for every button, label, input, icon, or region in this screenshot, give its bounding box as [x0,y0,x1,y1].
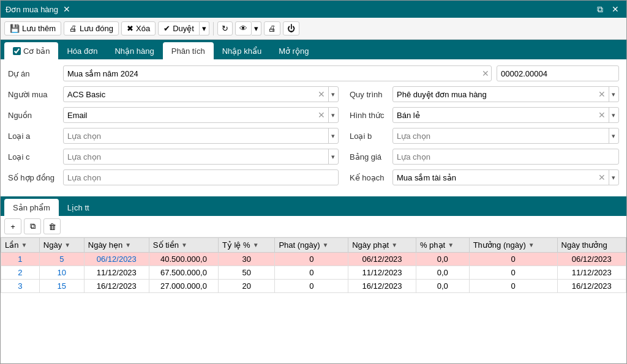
power-button[interactable]: ⏻ [283,21,299,35]
hinh-thuc-input[interactable] [392,107,619,123]
table-cell[interactable]: 0 [469,280,557,293]
filter-pct-phat-icon[interactable]: ▼ [448,242,454,248]
table-cell[interactable]: 0,0 [416,280,469,293]
ke-hoach-clear[interactable]: ✕ [598,173,606,182]
delete-button[interactable]: ✖ Xóa [121,21,156,35]
table-row[interactable]: 1506/12/202340.500.000,030006/12/20230,0… [1,253,626,266]
table-cell[interactable]: 16/12/2023 [348,280,416,293]
table-cell[interactable]: 06/12/2023 [84,253,149,266]
quy-trinh-dropdown[interactable]: ▾ [609,87,618,102]
id-input[interactable] [497,65,619,81]
loai-a-dropdown[interactable]: ▾ [328,128,337,143]
table-cell[interactable]: 40.500.000,0 [149,253,218,266]
sub-tab-san-pham[interactable]: Sản phẩm [4,199,59,216]
table-cell[interactable]: 5 [39,253,84,266]
co-ban-checkbox[interactable] [13,47,21,55]
nguon-input[interactable] [63,107,339,123]
table-cell[interactable]: 0 [275,266,348,280]
approve-button[interactable]: ✔ Duyệt [158,21,200,35]
nguoi-mua-clear[interactable]: ✕ [318,89,325,99]
copy-row-icon: ⧉ [30,221,36,231]
du-an-input[interactable] [63,65,492,81]
table-cell[interactable]: 16/12/2023 [84,280,149,293]
table-cell[interactable]: 2 [1,266,40,280]
ke-hoach-input[interactable] [392,169,619,185]
power-icon: ⏻ [287,24,295,33]
filter-ngay-hen-icon[interactable]: ▼ [125,242,131,248]
table-cell[interactable]: 11/12/2023 [557,266,626,280]
table-cell[interactable]: 15 [39,280,84,293]
hinh-thuc-dropdown[interactable]: ▾ [609,108,618,122]
form-row-nguoi-mua: Người mua ✕ ▾ Quy trình ✕ ▾ [8,86,619,102]
filter-thuong-ngay-icon[interactable]: ▼ [528,242,535,248]
hinh-thuc-clear[interactable]: ✕ [598,110,606,120]
table-scroll[interactable]: Lần ▼ Ngày ▼ [1,237,626,363]
filter-phat-ngay-icon[interactable]: ▼ [323,242,329,248]
du-an-clear-button[interactable]: ✕ [482,69,489,78]
refresh-icon: ↻ [222,24,228,33]
quy-trinh-clear[interactable]: ✕ [598,89,606,99]
table-cell[interactable]: 50 [219,266,275,280]
table-cell[interactable]: 30 [219,253,275,266]
nguoi-mua-dropdown[interactable]: ▾ [328,87,337,102]
filter-ty-le-icon[interactable]: ▼ [253,242,259,248]
filter-ngay-phat-icon[interactable]: ▼ [391,242,397,248]
filter-so-tien-icon[interactable]: ▼ [181,242,187,248]
filter-ngay-icon[interactable]: ▼ [64,242,70,248]
bang-gia-input[interactable] [392,149,619,165]
loai-c-input[interactable] [63,149,339,165]
table-cell[interactable]: 0,0 [416,253,469,266]
tab-mo-rong[interactable]: Mở rộng [270,42,317,59]
table-cell[interactable]: 10 [39,266,84,280]
save-add-button[interactable]: 💾 Lưu thêm [4,21,61,35]
filter-lan-icon[interactable]: ▼ [21,242,27,248]
table-cell[interactable]: 16/12/2023 [557,280,626,293]
table-cell[interactable]: 0 [469,253,557,266]
print-button[interactable]: 🖨 [264,21,280,35]
table-row[interactable]: 21011/12/202367.500.000,050011/12/20230,… [1,266,626,280]
tab-nhan-hang[interactable]: Nhận hàng [106,42,162,59]
nguoi-mua-input[interactable] [63,86,339,102]
close-button[interactable]: ✕ [609,3,621,16]
nguon-dropdown[interactable]: ▾ [328,108,337,122]
table-cell[interactable]: 0,0 [416,266,469,280]
add-row-button[interactable]: + [4,218,21,234]
table-cell[interactable]: 06/12/2023 [557,253,626,266]
loai-b-dropdown[interactable]: ▾ [609,128,618,143]
table-cell[interactable]: 0 [275,280,348,293]
table-row[interactable]: 31516/12/202327.000.000,020016/12/20230,… [1,280,626,293]
table-cell[interactable]: 27.000.000,0 [149,280,218,293]
so-hop-dong-input[interactable] [63,169,339,185]
loai-c-dropdown[interactable]: ▾ [328,149,337,164]
tab-hoa-don[interactable]: Hóa đơn [58,42,106,59]
nguon-clear[interactable]: ✕ [318,110,325,120]
table-cell[interactable]: 3 [1,280,40,293]
table-cell[interactable]: 0 [275,253,348,266]
table-cell[interactable]: 67.500.000,0 [149,266,218,280]
table-cell[interactable]: 11/12/2023 [348,266,416,280]
loai-a-input[interactable] [63,128,339,144]
restore-button[interactable]: ⧉ [595,3,606,16]
approve-dropdown-button[interactable]: ▾ [200,21,209,35]
refresh-button[interactable]: ↻ [217,21,233,35]
delete-row-button[interactable]: 🗑 [43,218,61,234]
window-close-button[interactable]: ✕ [63,4,70,14]
table-cell[interactable]: 0 [469,266,557,280]
ke-hoach-dropdown[interactable]: ▾ [609,170,618,185]
table-cell[interactable]: 20 [219,280,275,293]
save-close-button[interactable]: 🖨 Lưu đóng [64,21,119,35]
content-body: Dự án ✕ Người mua ✕ [1,59,626,363]
tab-co-ban[interactable]: Cơ bản [4,42,58,59]
col-header-ngay-hen: Ngày hẹn ▼ [84,238,149,253]
eye-dropdown-button[interactable]: ▾ [252,21,261,35]
table-cell[interactable]: 11/12/2023 [84,266,149,280]
table-cell[interactable]: 06/12/2023 [348,253,416,266]
loai-b-input[interactable] [392,128,619,144]
tab-nhap-khau[interactable]: Nhập khẩu [214,42,270,59]
copy-row-button[interactable]: ⧉ [24,218,41,234]
table-cell[interactable]: 1 [1,253,40,266]
tab-phan-tich[interactable]: Phân tích [163,42,214,59]
sub-tab-lich-tt[interactable]: Lịch tt [59,199,98,216]
eye-button[interactable]: 👁 [235,21,252,35]
quy-trinh-input[interactable] [392,86,619,102]
